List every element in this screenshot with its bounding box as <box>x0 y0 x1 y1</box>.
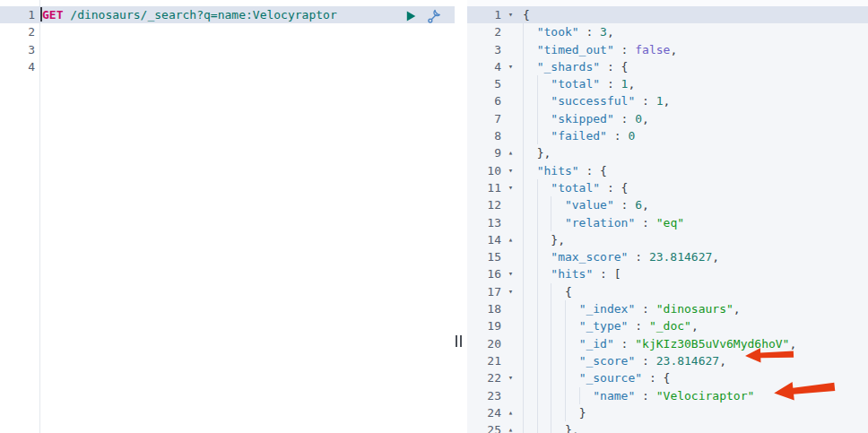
response-line[interactable]: 21 "_score" : 23.814627, <box>467 352 868 369</box>
code-text: "_type" : "_doc", <box>518 317 868 334</box>
response-line[interactable]: 14▴ }, <box>467 231 868 248</box>
code-text <box>40 58 455 75</box>
response-line[interactable]: 22▾ "_source" : { <box>467 369 868 386</box>
code-text: "_shards" : { <box>518 58 868 75</box>
line-number: 9 <box>467 144 503 161</box>
code-text <box>40 41 455 58</box>
line-number: 7 <box>467 110 503 127</box>
fold-spacer <box>503 387 518 404</box>
fold-open-icon[interactable]: ▾ <box>503 162 518 179</box>
code-text: }, <box>518 231 868 248</box>
line-number: 2 <box>0 23 40 40</box>
code-text: "max_score" : 23.814627, <box>518 248 868 265</box>
fold-spacer <box>503 352 518 369</box>
line-number: 4 <box>467 58 503 75</box>
fold-close-icon[interactable]: ▴ <box>503 404 518 421</box>
text-caret <box>40 7 42 22</box>
fold-spacer <box>503 41 518 58</box>
response-line[interactable]: 16▾ "hits" : [ <box>467 265 868 282</box>
response-line[interactable]: 25▴ }, <box>467 421 868 433</box>
response-line[interactable]: 11▾ "total" : { <box>467 179 868 196</box>
response-line[interactable]: 15 "max_score" : 23.814627, <box>467 248 868 265</box>
request-line[interactable]: 4 <box>0 58 455 75</box>
response-line[interactable]: 4▾ "_shards" : { <box>467 58 868 75</box>
response-line[interactable]: 12 "value" : 6, <box>467 196 868 213</box>
line-number: 20 <box>467 335 503 352</box>
code-text: } <box>518 404 868 421</box>
code-text: "successful" : 1, <box>518 92 868 109</box>
fold-open-icon[interactable]: ▾ <box>503 58 518 75</box>
response-lines: 1▾{2 "took" : 3,3 "timed_out" : false,4▾… <box>467 6 868 433</box>
fold-open-icon[interactable]: ▾ <box>503 6 518 23</box>
pane-resize-handle[interactable] <box>456 335 462 347</box>
dev-tools-console: 1GET /dinosaurs/_search?q=name:Velocyrap… <box>0 0 868 433</box>
fold-open-icon[interactable]: ▾ <box>503 369 518 386</box>
fold-spacer <box>503 317 518 334</box>
code-text: "total" : { <box>518 179 868 196</box>
response-line[interactable]: 1▾{ <box>467 6 868 23</box>
line-number: 3 <box>467 41 503 58</box>
response-line[interactable]: 23 "name" : "Velociraptor" <box>467 387 868 404</box>
response-line[interactable]: 2 "took" : 3, <box>467 23 868 40</box>
fold-close-icon[interactable]: ▴ <box>503 421 518 433</box>
pane-divider <box>455 0 467 433</box>
fold-spacer <box>503 196 518 213</box>
line-number: 24 <box>467 404 503 421</box>
response-line[interactable]: 19 "_type" : "_doc", <box>467 317 868 334</box>
code-text: "hits" : [ <box>518 265 868 282</box>
line-number: 10 <box>467 162 503 179</box>
code-text: GET /dinosaurs/_search?q=name:Velocyrapt… <box>40 6 455 23</box>
request-options-button[interactable] <box>426 8 442 24</box>
line-number: 19 <box>467 317 503 334</box>
code-text: "name" : "Velociraptor" <box>518 387 868 404</box>
line-number: 1 <box>467 6 503 23</box>
line-number: 16 <box>467 265 503 282</box>
line-number: 1 <box>0 6 40 23</box>
fold-open-icon[interactable]: ▾ <box>503 283 518 300</box>
wrench-icon <box>426 8 442 25</box>
response-line[interactable]: 17▾ { <box>467 283 868 300</box>
line-number: 15 <box>467 248 503 265</box>
fold-spacer <box>503 75 518 92</box>
fold-open-icon[interactable]: ▾ <box>503 179 518 196</box>
code-text: "took" : 3, <box>518 23 868 40</box>
response-line[interactable]: 5 "total" : 1, <box>467 75 868 92</box>
play-icon <box>404 10 417 22</box>
code-text: "_id" : "kjKIz30B5uVv6Myd6hoV", <box>518 335 868 352</box>
request-line[interactable]: 1GET /dinosaurs/_search?q=name:Velocyrap… <box>0 6 455 23</box>
response-line[interactable]: 20 "_id" : "kjKIz30B5uVv6Myd6hoV", <box>467 335 868 352</box>
line-number: 5 <box>467 75 503 92</box>
response-line[interactable]: 7 "skipped" : 0, <box>467 110 868 127</box>
fold-spacer <box>503 214 518 231</box>
request-line[interactable]: 2 <box>0 23 455 40</box>
response-line[interactable]: 6 "successful" : 1, <box>467 92 868 109</box>
code-text: { <box>518 6 868 23</box>
fold-spacer <box>503 127 518 144</box>
request-line[interactable]: 3 <box>0 41 455 58</box>
code-text: "timed_out" : false, <box>518 41 868 58</box>
line-number: 13 <box>467 214 503 231</box>
response-line[interactable]: 24▴ } <box>467 404 868 421</box>
code-text: "relation" : "eq" <box>518 214 868 231</box>
request-actions <box>403 8 442 24</box>
code-text: "value" : 6, <box>518 196 868 213</box>
response-line[interactable]: 10▾ "hits" : { <box>467 162 868 179</box>
response-line[interactable]: 3 "timed_out" : false, <box>467 41 868 58</box>
code-text <box>40 23 455 40</box>
fold-close-icon[interactable]: ▴ <box>503 144 518 161</box>
response-line[interactable]: 9▴ }, <box>467 144 868 161</box>
line-number: 2 <box>467 23 503 40</box>
fold-close-icon[interactable]: ▴ <box>503 231 518 248</box>
response-line[interactable]: 13 "relation" : "eq" <box>467 214 868 231</box>
line-number: 22 <box>467 369 503 386</box>
fold-spacer <box>503 248 518 265</box>
code-text: "hits" : { <box>518 162 868 179</box>
send-request-button[interactable] <box>403 8 419 24</box>
response-line[interactable]: 18 "_index" : "dinosaurs", <box>467 300 868 317</box>
line-number: 18 <box>467 300 503 317</box>
request-editor[interactable]: 1GET /dinosaurs/_search?q=name:Velocyrap… <box>0 0 455 433</box>
fold-open-icon[interactable]: ▾ <box>503 265 518 282</box>
fold-spacer <box>503 335 518 352</box>
code-text: }, <box>518 144 868 161</box>
response-line[interactable]: 8 "failed" : 0 <box>467 127 868 144</box>
